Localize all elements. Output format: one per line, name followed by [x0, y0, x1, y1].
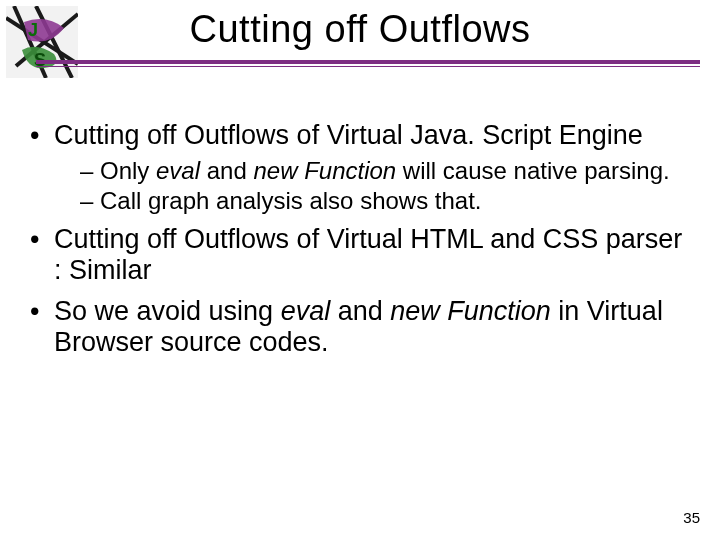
text-fragment: So we avoid using [54, 296, 281, 326]
slide-title: Cutting off Outflows [0, 8, 720, 51]
slide-body: Cutting off Outflows of Virtual Java. Sc… [30, 120, 690, 368]
text-fragment: Call graph analysis also shows that. [100, 187, 482, 214]
text-fragment: will cause native parsing. [396, 157, 669, 184]
bullet-1-sub-2: Call graph analysis also shows that. [80, 187, 690, 215]
slide: J S Cutting off Outflows Cutting off Out… [0, 0, 720, 540]
slide-header: J S Cutting off Outflows [0, 0, 720, 70]
text-fragment: and [200, 157, 253, 184]
text-fragment: Only [100, 157, 156, 184]
keyword-eval: eval [281, 296, 331, 326]
title-rule-thin [36, 66, 700, 67]
keyword-new-function: new Function [253, 157, 396, 184]
keyword-new-function: new Function [390, 296, 551, 326]
keyword-eval: eval [156, 157, 200, 184]
page-number: 35 [683, 509, 700, 526]
bullet-2: Cutting off Outflows of Virtual HTML and… [30, 224, 690, 286]
bullet-2-text: Cutting off Outflows of Virtual HTML and… [54, 224, 682, 285]
text-fragment: and [330, 296, 390, 326]
bullet-1-sub-1: Only eval and new Function will cause na… [80, 157, 690, 185]
bullet-1-text: Cutting off Outflows of Virtual Java. Sc… [54, 120, 643, 150]
bullet-3: So we avoid using eval and new Function … [30, 296, 690, 358]
bullet-1: Cutting off Outflows of Virtual Java. Sc… [30, 120, 690, 214]
title-rule-thick [36, 60, 700, 64]
